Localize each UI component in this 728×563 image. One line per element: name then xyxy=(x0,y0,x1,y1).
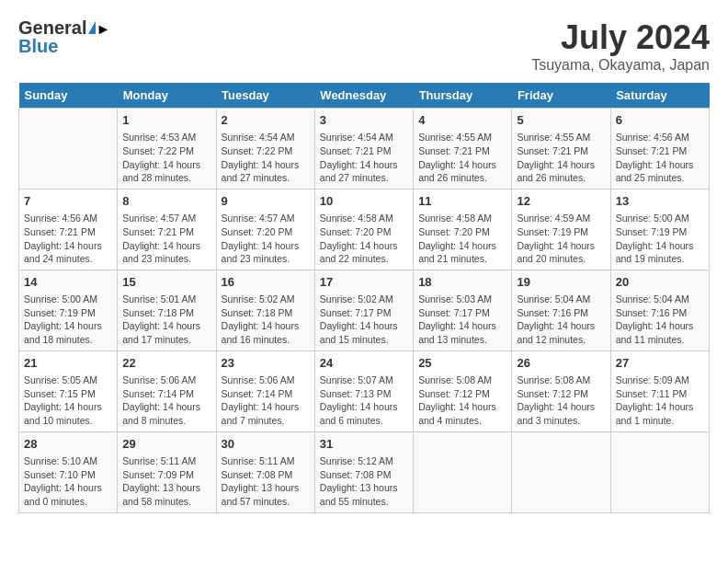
day-content: Sunrise: 5:04 AM Sunset: 7:16 PM Dayligh… xyxy=(616,293,704,347)
page-header: General ► Blue July 2024 Tsuyama, Okayam… xyxy=(18,18,710,74)
day-number: 23 xyxy=(222,355,310,372)
day-content: Sunrise: 5:01 AM Sunset: 7:18 PM Dayligh… xyxy=(122,293,210,347)
header-cell-tuesday: Tuesday xyxy=(216,83,314,109)
day-number: 4 xyxy=(418,112,506,129)
calendar-cell: 4Sunrise: 4:55 AM Sunset: 7:21 PM Daylig… xyxy=(414,109,512,190)
day-content: Sunrise: 4:56 AM Sunset: 7:21 PM Dayligh… xyxy=(616,131,704,185)
calendar-cell: 30Sunrise: 5:11 AM Sunset: 7:08 PM Dayli… xyxy=(216,431,314,512)
calendar-cell: 24Sunrise: 5:07 AM Sunset: 7:13 PM Dayli… xyxy=(314,350,413,431)
calendar-cell: 15Sunrise: 5:01 AM Sunset: 7:18 PM Dayli… xyxy=(118,270,216,350)
calendar-cell: 12Sunrise: 4:59 AM Sunset: 7:19 PM Dayli… xyxy=(512,189,610,270)
header-cell-friday: Friday xyxy=(512,83,610,109)
day-number: 1 xyxy=(122,112,210,129)
calendar-cell: 3Sunrise: 4:54 AM Sunset: 7:21 PM Daylig… xyxy=(314,109,413,190)
day-number: 7 xyxy=(24,193,112,210)
day-number: 11 xyxy=(418,193,506,210)
day-number: 26 xyxy=(517,355,605,372)
header-cell-saturday: Saturday xyxy=(610,83,709,109)
calendar-cell: 10Sunrise: 4:58 AM Sunset: 7:20 PM Dayli… xyxy=(314,189,413,270)
day-content: Sunrise: 5:05 AM Sunset: 7:15 PM Dayligh… xyxy=(24,373,112,428)
calendar-cell: 18Sunrise: 5:03 AM Sunset: 7:17 PM Dayli… xyxy=(414,270,512,350)
day-content: Sunrise: 4:55 AM Sunset: 7:21 PM Dayligh… xyxy=(517,131,605,185)
day-content: Sunrise: 5:04 AM Sunset: 7:16 PM Dayligh… xyxy=(517,293,605,347)
calendar-cell: 16Sunrise: 5:02 AM Sunset: 7:18 PM Dayli… xyxy=(216,270,314,350)
calendar-cell: 20Sunrise: 5:04 AM Sunset: 7:16 PM Dayli… xyxy=(610,270,709,350)
calendar-cell: 5Sunrise: 4:55 AM Sunset: 7:21 PM Daylig… xyxy=(512,109,610,190)
header-cell-monday: Monday xyxy=(118,83,216,109)
day-content: Sunrise: 5:00 AM Sunset: 7:19 PM Dayligh… xyxy=(24,293,112,347)
calendar-header: SundayMondayTuesdayWednesdayThursdayFrid… xyxy=(19,83,710,109)
day-content: Sunrise: 4:54 AM Sunset: 7:22 PM Dayligh… xyxy=(222,131,310,185)
header-cell-thursday: Thursday xyxy=(414,83,512,109)
day-content: Sunrise: 4:54 AM Sunset: 7:21 PM Dayligh… xyxy=(320,131,408,185)
day-content: Sunrise: 5:11 AM Sunset: 7:08 PM Dayligh… xyxy=(222,454,310,509)
calendar-cell: 2Sunrise: 4:54 AM Sunset: 7:22 PM Daylig… xyxy=(216,109,314,190)
day-number: 13 xyxy=(616,193,704,210)
calendar-cell: 8Sunrise: 4:57 AM Sunset: 7:21 PM Daylig… xyxy=(118,189,216,270)
title-section: July 2024 Tsuyama, Okayama, Japan xyxy=(531,18,710,74)
day-number: 22 xyxy=(122,355,210,372)
calendar-cell: 21Sunrise: 5:05 AM Sunset: 7:15 PM Dayli… xyxy=(19,350,118,431)
calendar-cell: 26Sunrise: 5:08 AM Sunset: 7:12 PM Dayli… xyxy=(512,350,610,431)
day-number: 15 xyxy=(122,274,210,291)
location-title: Tsuyama, Okayama, Japan xyxy=(531,57,710,74)
day-number: 31 xyxy=(320,436,408,453)
day-content: Sunrise: 4:55 AM Sunset: 7:21 PM Dayligh… xyxy=(418,131,506,185)
day-content: Sunrise: 4:59 AM Sunset: 7:19 PM Dayligh… xyxy=(517,212,605,266)
calendar-cell: 14Sunrise: 5:00 AM Sunset: 7:19 PM Dayli… xyxy=(19,270,118,350)
day-content: Sunrise: 4:57 AM Sunset: 7:21 PM Dayligh… xyxy=(122,212,210,266)
calendar-cell: 27Sunrise: 5:09 AM Sunset: 7:11 PM Dayli… xyxy=(610,350,709,431)
day-number: 10 xyxy=(320,193,408,210)
week-row-4: 21Sunrise: 5:05 AM Sunset: 7:15 PM Dayli… xyxy=(19,350,710,431)
calendar-cell: 6Sunrise: 4:56 AM Sunset: 7:21 PM Daylig… xyxy=(610,109,709,190)
calendar-cell: 29Sunrise: 5:11 AM Sunset: 7:09 PM Dayli… xyxy=(118,431,216,512)
day-content: Sunrise: 5:03 AM Sunset: 7:17 PM Dayligh… xyxy=(418,293,506,347)
calendar-cell: 1Sunrise: 4:53 AM Sunset: 7:22 PM Daylig… xyxy=(118,109,216,190)
logo: General ► Blue xyxy=(18,18,96,55)
day-content: Sunrise: 5:00 AM Sunset: 7:19 PM Dayligh… xyxy=(616,212,704,266)
calendar-cell xyxy=(512,431,610,512)
day-content: Sunrise: 5:09 AM Sunset: 7:11 PM Dayligh… xyxy=(616,373,704,428)
logo-icon: ► xyxy=(88,21,96,34)
day-number: 28 xyxy=(24,436,112,453)
calendar-cell: 13Sunrise: 5:00 AM Sunset: 7:19 PM Dayli… xyxy=(610,189,709,270)
day-number: 18 xyxy=(418,274,506,291)
day-content: Sunrise: 4:57 AM Sunset: 7:20 PM Dayligh… xyxy=(222,212,310,266)
day-content: Sunrise: 5:06 AM Sunset: 7:14 PM Dayligh… xyxy=(122,373,210,428)
day-content: Sunrise: 5:07 AM Sunset: 7:13 PM Dayligh… xyxy=(320,373,408,428)
week-row-1: 1Sunrise: 4:53 AM Sunset: 7:22 PM Daylig… xyxy=(19,109,710,190)
day-number: 6 xyxy=(616,112,704,129)
day-number: 5 xyxy=(517,112,605,129)
day-number: 19 xyxy=(517,274,605,291)
day-number: 17 xyxy=(320,274,408,291)
logo-blue-text: Blue xyxy=(18,37,58,55)
calendar-cell: 28Sunrise: 5:10 AM Sunset: 7:10 PM Dayli… xyxy=(19,431,118,512)
day-number: 21 xyxy=(24,355,112,372)
week-row-5: 28Sunrise: 5:10 AM Sunset: 7:10 PM Dayli… xyxy=(19,431,710,512)
calendar-cell: 31Sunrise: 5:12 AM Sunset: 7:08 PM Dayli… xyxy=(314,431,413,512)
day-content: Sunrise: 5:11 AM Sunset: 7:09 PM Dayligh… xyxy=(122,454,210,509)
day-content: Sunrise: 5:08 AM Sunset: 7:12 PM Dayligh… xyxy=(418,373,506,428)
calendar-cell: 7Sunrise: 4:56 AM Sunset: 7:21 PM Daylig… xyxy=(19,189,118,270)
day-number: 12 xyxy=(517,193,605,210)
calendar-cell: 22Sunrise: 5:06 AM Sunset: 7:14 PM Dayli… xyxy=(118,350,216,431)
calendar-cell: 19Sunrise: 5:04 AM Sunset: 7:16 PM Dayli… xyxy=(512,270,610,350)
week-row-3: 14Sunrise: 5:00 AM Sunset: 7:19 PM Dayli… xyxy=(19,270,710,350)
day-number: 20 xyxy=(616,274,704,291)
week-row-2: 7Sunrise: 4:56 AM Sunset: 7:21 PM Daylig… xyxy=(19,189,710,270)
header-cell-wednesday: Wednesday xyxy=(314,83,413,109)
calendar-cell: 11Sunrise: 4:58 AM Sunset: 7:20 PM Dayli… xyxy=(414,189,512,270)
calendar-cell: 25Sunrise: 5:08 AM Sunset: 7:12 PM Dayli… xyxy=(414,350,512,431)
header-cell-sunday: Sunday xyxy=(19,83,118,109)
day-number: 16 xyxy=(222,274,310,291)
day-number: 29 xyxy=(122,436,210,453)
calendar-cell: 9Sunrise: 4:57 AM Sunset: 7:20 PM Daylig… xyxy=(216,189,314,270)
day-content: Sunrise: 5:12 AM Sunset: 7:08 PM Dayligh… xyxy=(320,454,408,509)
calendar-cell xyxy=(610,431,709,512)
day-number: 25 xyxy=(418,355,506,372)
day-content: Sunrise: 5:08 AM Sunset: 7:12 PM Dayligh… xyxy=(517,373,605,428)
day-content: Sunrise: 5:06 AM Sunset: 7:14 PM Dayligh… xyxy=(222,373,310,428)
day-content: Sunrise: 4:56 AM Sunset: 7:21 PM Dayligh… xyxy=(24,212,112,266)
day-number: 3 xyxy=(320,112,408,129)
calendar-cell xyxy=(414,431,512,512)
